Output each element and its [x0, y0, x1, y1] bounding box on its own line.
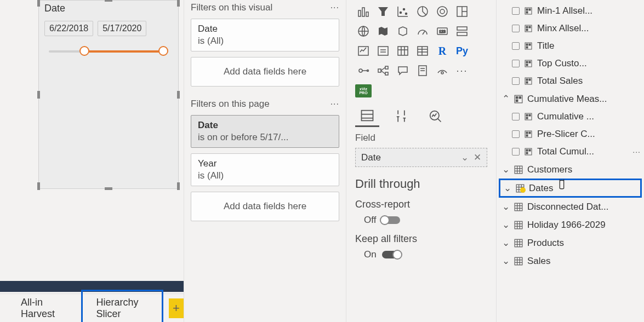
tab-all-in-harvest[interactable]: All-in Harvest [8, 291, 78, 323]
analytics-tab[interactable] [423, 105, 447, 127]
treemap-icon[interactable] [454, 3, 470, 20]
cross-report-label: Cross-report [355, 199, 487, 210]
slicer-icon[interactable] [375, 43, 391, 59]
resize-handle[interactable] [177, 0, 180, 7]
chevron-down-icon[interactable]: ⌄ [461, 152, 469, 163]
resize-handle[interactable] [37, 91, 40, 99]
tab-hierarchy-slicer[interactable]: Hierarchy Slicer [81, 290, 163, 323]
scatter-icon[interactable] [395, 3, 411, 20]
filters-page-more[interactable]: ··· [330, 99, 339, 109]
svg-rect-44 [362, 110, 373, 120]
measure-icon [524, 112, 533, 121]
svg-rect-110 [515, 257, 522, 265]
filled-map-icon[interactable] [375, 23, 391, 39]
checked-badge-icon [520, 187, 526, 193]
paginated-report-icon[interactable] [414, 62, 431, 79]
svg-point-10 [440, 9, 444, 14]
table-icon[interactable] [395, 43, 411, 59]
slicer-slider[interactable] [49, 50, 168, 53]
field-min1[interactable]: Min-1 Allsel... [497, 2, 644, 20]
measure-table-icon [514, 95, 523, 104]
filters-visual-more[interactable]: ··· [330, 3, 339, 13]
filter-page-dropzone[interactable]: Add data fields here [191, 192, 339, 221]
fields-tab[interactable] [355, 105, 379, 127]
field-top-custo[interactable]: Top Custo... [497, 55, 644, 72]
field-pre-slicer[interactable]: Pre-Slicer C... [497, 125, 644, 143]
key-influencers-icon[interactable] [355, 62, 372, 79]
gauge-icon[interactable] [414, 23, 431, 39]
svg-rect-105 [515, 239, 522, 247]
add-page-button[interactable]: + [169, 298, 184, 318]
format-tab[interactable] [389, 105, 413, 127]
table-sales[interactable]: ⌄Sales [497, 252, 644, 270]
field-more-button[interactable]: ··· [632, 147, 641, 156]
report-canvas[interactable]: Date 6/22/2018 5/17/2020 All-in Harvest … [0, 0, 184, 322]
field-title[interactable]: Title [497, 37, 644, 55]
matrix-icon[interactable] [414, 43, 431, 59]
table-icon [514, 165, 523, 174]
svg-text:123: 123 [439, 30, 446, 33]
donut-icon[interactable] [434, 3, 451, 20]
resize-handle[interactable] [177, 182, 180, 190]
field-cumulative[interactable]: Cumulative ... [497, 108, 644, 125]
svg-rect-18 [457, 27, 467, 30]
svg-rect-60 [526, 47, 528, 48]
filter-visual-dropzone[interactable]: Add data fields here [191, 57, 339, 87]
table-icon [514, 203, 523, 211]
svg-rect-78 [526, 132, 528, 134]
funnel-icon[interactable] [375, 3, 391, 20]
decomposition-tree-icon[interactable] [375, 62, 391, 79]
filter-card-date-page[interactable]: Date is on or before 5/17/... [191, 115, 339, 148]
keep-filters-toggle[interactable] [382, 251, 401, 258]
r-visual-icon[interactable]: R [434, 43, 451, 59]
svg-line-15 [423, 31, 425, 34]
remove-field-icon[interactable]: ✕ [474, 152, 481, 163]
keep-filters-label: Keep all filters [355, 233, 487, 245]
slicer-title: Date [39, 1, 178, 18]
cross-report-toggle[interactable] [381, 216, 400, 224]
map-icon[interactable] [355, 23, 372, 39]
resize-handle[interactable] [105, 0, 112, 2]
filters-page-header: Filters on this page [191, 99, 270, 110]
date-slicer-visual[interactable]: Date 6/22/2018 5/17/2020 [38, 0, 179, 189]
resize-handle[interactable] [37, 182, 40, 190]
resize-handle[interactable] [37, 0, 40, 7]
svg-rect-59 [529, 44, 531, 45]
field-total-sales[interactable]: Total Sales [497, 72, 644, 90]
xviz-pro-badge[interactable]: xVizPRO [355, 84, 372, 97]
more-visuals-button[interactable]: ··· [454, 62, 470, 79]
svg-point-32 [359, 69, 362, 72]
multi-row-card-icon[interactable] [454, 23, 470, 39]
shape-map-icon[interactable] [395, 23, 411, 39]
filter-card-date-visual[interactable]: Date is (All) [191, 19, 339, 51]
slicer-start-date[interactable]: 6/22/2018 [44, 21, 93, 36]
expand-icon: ⌄ [502, 201, 510, 212]
filter-value: is (All) [198, 36, 332, 47]
table-customers[interactable]: ⌄Customers [497, 160, 644, 179]
field-minx[interactable]: Minx Allsel... [497, 20, 644, 37]
card-icon[interactable]: 123 [434, 23, 451, 39]
field-well-date[interactable]: Date ⌄ ✕ [355, 148, 487, 167]
svg-rect-24 [398, 47, 408, 55]
filter-card-year-page[interactable]: Year is (All) [191, 153, 339, 186]
svg-line-48 [438, 119, 441, 122]
slider-handle-end[interactable] [158, 46, 168, 56]
qa-icon[interactable] [395, 62, 411, 79]
svg-rect-51 [529, 9, 531, 10]
python-visual-icon[interactable]: Py [454, 43, 470, 59]
table-disconnected-dates[interactable]: ⌄Disconnected Dat... [497, 198, 644, 216]
slicer-end-date[interactable]: 5/17/2020 [98, 21, 146, 36]
field-total-cumul[interactable]: Total Cumul...··· [497, 143, 644, 160]
arcgis-icon[interactable] [434, 62, 451, 79]
table-dates[interactable]: ⌄Dates [499, 179, 642, 198]
table-holiday[interactable]: ⌄Holiday 1966-2029 [497, 216, 644, 234]
kpi-icon[interactable] [355, 43, 372, 59]
table-products[interactable]: ⌄Products [497, 234, 644, 252]
table-cumulative-measures[interactable]: ⌃Cumulative Meas... [497, 90, 644, 108]
resize-handle[interactable] [177, 91, 180, 99]
slider-handle-start[interactable] [79, 46, 89, 56]
resize-handle[interactable] [105, 187, 112, 190]
pie-icon[interactable] [414, 3, 431, 20]
clustered-column-icon[interactable] [355, 3, 372, 20]
filter-name: Date [198, 24, 332, 34]
